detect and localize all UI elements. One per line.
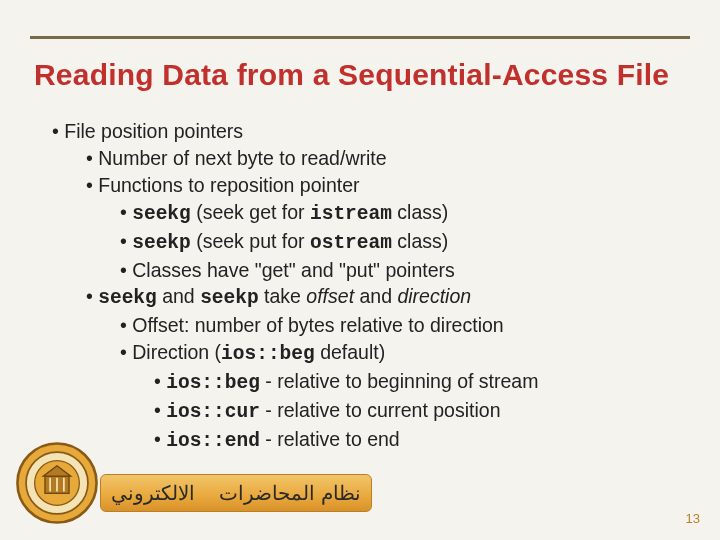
code-istream: istream — [310, 203, 392, 225]
text: (seek get for — [191, 201, 310, 223]
body-content: File position pointers Number of next by… — [52, 118, 680, 455]
code-seekg2: seekg — [98, 287, 157, 309]
code-seekp2: seekp — [200, 287, 259, 309]
arabic-caption-band: نظام المحاضرات الالكتروني — [100, 474, 372, 512]
bullet-l3: Functions to reposition pointer — [86, 172, 680, 199]
text: and — [354, 285, 397, 307]
bullet-l5: • seekp (seek put for ostream class) — [120, 228, 680, 257]
text: - relative to current position — [260, 399, 501, 421]
code-iosbeg: ios::beg — [221, 343, 315, 365]
code-seekp: seekp — [132, 232, 191, 254]
text: and — [157, 285, 200, 307]
text: - relative to end — [260, 428, 400, 450]
code-iosend: ios::end — [166, 430, 260, 452]
bullet-l9: • Direction (ios::beg default) — [120, 339, 680, 368]
title-rule — [30, 36, 690, 39]
text-offset: offset — [306, 285, 354, 307]
bullet-l11: • ios::cur - relative to current positio… — [154, 397, 680, 426]
bullet-l10: • ios::beg - relative to beginning of st… — [154, 368, 680, 397]
arabic-text-left: الالكتروني — [111, 481, 195, 505]
code-seekg: seekg — [132, 203, 191, 225]
bullet-l6: Classes have "get" and "put" pointers — [120, 257, 680, 284]
code-ioscur: ios::cur — [166, 401, 260, 423]
institution-seal-icon — [14, 440, 100, 526]
code-iosbeg2: ios::beg — [166, 372, 260, 394]
bullet-l4: • seekg (seek get for istream class) — [120, 199, 680, 228]
text: class) — [392, 201, 448, 223]
bullet-l12: • ios::end - relative to end — [154, 426, 680, 455]
text: take — [259, 285, 307, 307]
code-ostream: ostream — [310, 232, 392, 254]
text: default) — [315, 341, 385, 363]
arabic-text-right: نظام المحاضرات — [219, 481, 361, 505]
text-direction: direction — [397, 285, 471, 307]
text: class) — [392, 230, 448, 252]
bullet-l1: File position pointers — [52, 118, 680, 145]
text: Direction ( — [132, 341, 221, 363]
text: (seek put for — [191, 230, 310, 252]
slide-title: Reading Data from a Sequential-Access Fi… — [34, 58, 669, 92]
page-number: 13 — [686, 511, 700, 526]
bullet-l8: Offset: number of bytes relative to dire… — [120, 312, 680, 339]
slide: Reading Data from a Sequential-Access Fi… — [0, 0, 720, 540]
bullet-l2: Number of next byte to read/write — [86, 145, 680, 172]
bullet-l7: • seekg and seekp take offset and direct… — [86, 283, 680, 312]
text: - relative to beginning of stream — [260, 370, 539, 392]
